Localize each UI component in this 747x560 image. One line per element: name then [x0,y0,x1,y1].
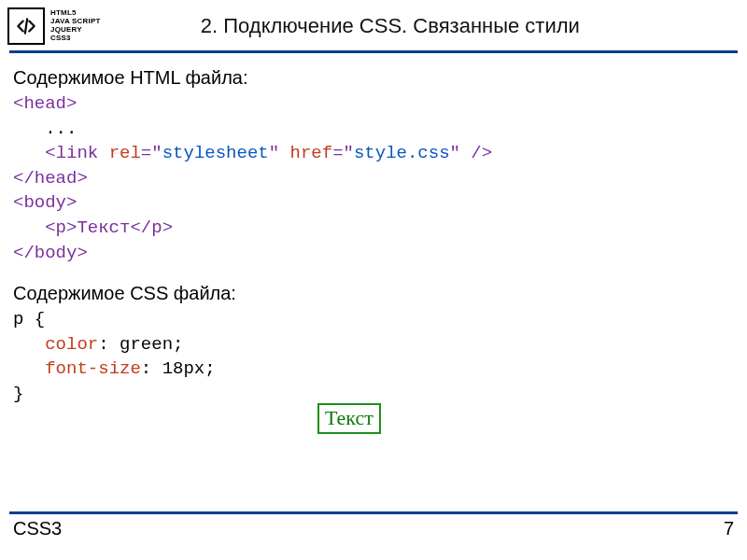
slide-title: 2. Подключение CSS. Связанные стили [101,14,736,38]
code-token: rel [109,143,141,163]
page-number: 7 [724,518,734,539]
code-token: style.css [354,143,450,163]
code-token [13,358,45,379]
code-token: stylesheet [162,143,269,163]
code-token: < [45,143,55,163]
footer-left: CSS3 [13,518,62,539]
bottom-divider [9,511,738,514]
code-token: p { [13,309,45,329]
code-token: ... [13,119,77,139]
rendered-output: Текст [317,403,381,434]
code-token: =" [332,143,354,163]
code-token: } [13,384,23,404]
html-label: Содержимое HTML файла: [13,64,734,91]
code-token: font-size [45,358,141,379]
code-token: " /> [450,143,493,163]
code-token: : green; [98,334,183,355]
code-token: color [45,334,98,355]
code-token: </head> [13,168,88,189]
code-token [13,143,45,163]
code-token: <p>Текст</p> [13,217,173,238]
logo-text: HTML5 JAVA SCRIPT JQUERY CSS3 [50,9,101,42]
slide: HTML5 JAVA SCRIPT JQUERY CSS3 2. Подключ… [0,0,747,560]
header: HTML5 JAVA SCRIPT JQUERY CSS3 2. Подключ… [0,0,747,49]
code-token: : 18px; [141,358,216,379]
css-label: Содержимое CSS файла: [13,280,734,307]
code-token: =" [141,143,162,163]
code-token [13,334,45,355]
footer: CSS3 7 [0,511,747,539]
logo-icon [7,7,45,45]
code-token: <head> [13,93,77,114]
svg-line-0 [25,19,27,33]
logo-line: CSS3 [50,35,101,43]
html-code-block: <head> ... <link rel="stylesheet" href="… [13,91,734,265]
code-token: </body> [13,243,88,263]
code-token: link [56,143,109,163]
code-token: href [290,143,333,163]
code-token: <body> [13,192,77,213]
content: Содержимое HTML файла: <head> ... <link … [0,53,747,407]
css-code-block: p { color: green; font-size: 18px; } [13,307,734,406]
code-token: " [269,143,290,163]
